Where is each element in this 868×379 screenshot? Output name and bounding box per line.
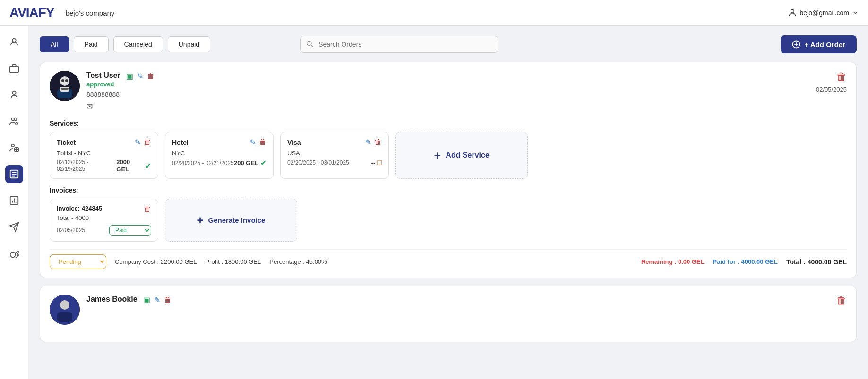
edit-icon-2[interactable]: ✎	[154, 295, 160, 304]
email-icon[interactable]: ✉	[86, 102, 93, 110]
invoice-status-select[interactable]: Paid Unpaid Canceled	[109, 225, 151, 236]
user-icon	[788, 8, 797, 17]
visa-delete-icon[interactable]: 🗑	[374, 138, 382, 147]
svg-point-4	[14, 118, 17, 121]
delete-icon[interactable]: 🗑	[147, 72, 155, 81]
filter-bar: All Paid Canceled Unpaid + Add Order	[40, 35, 857, 53]
remaining: Remaining : 0.00 GEL	[641, 258, 705, 265]
sidebar-item-person[interactable]	[5, 86, 23, 104]
chevron-down-icon	[852, 9, 859, 16]
search-wrap	[300, 36, 498, 53]
order-card: Test User ▣ ✎ 🗑 approved 888888888 ✉ 🗑 0…	[40, 62, 857, 278]
sidebar-item-coins[interactable]	[5, 244, 23, 262]
add-service-card[interactable]: + Add Service	[395, 132, 528, 179]
delete-icon-2[interactable]: 🗑	[164, 296, 172, 304]
filter-unpaid-button[interactable]: Unpaid	[168, 36, 210, 52]
customer-name: Test User	[86, 71, 120, 80]
percentage: Percentage : 45.00%	[269, 258, 327, 265]
user-email: bejo@gmail.com	[800, 9, 849, 17]
app-logo: AVIAFY	[9, 5, 54, 20]
status-badge: approved	[86, 81, 809, 88]
generate-invoice-label: Generate Invoice	[208, 216, 266, 224]
service-card-header: Ticket ✎ 🗑	[57, 138, 151, 147]
sidebar	[0, 0, 28, 379]
svg-line-20	[311, 45, 313, 47]
hotel-edit-icon[interactable]: ✎	[250, 138, 256, 147]
svg-rect-33	[57, 312, 72, 322]
service-card-hotel: Hotel ✎ 🗑 NYC 02/20/2025 - 02/21/2025 20…	[165, 132, 274, 179]
svg-point-17	[10, 252, 15, 257]
invoices-row: Invoice: 424845 🗑 Total - 4000 02/05/202…	[50, 199, 847, 242]
doc-icon-2[interactable]: ▣	[143, 295, 150, 304]
service-title-ticket: Ticket	[57, 139, 76, 146]
invoice-delete-icon[interactable]: 🗑	[144, 205, 151, 213]
service-card-ticket: Ticket ✎ 🗑 Tbilisi - NYC 02/12/2025 - 02…	[50, 132, 158, 179]
sidebar-item-briefcase[interactable]	[5, 59, 23, 77]
sidebar-item-orders[interactable]	[5, 165, 23, 183]
customer-actions-2: ▣ ✎ 🗑	[143, 295, 172, 304]
svg-point-0	[12, 39, 16, 42]
search-icon	[306, 40, 313, 49]
filter-paid-button[interactable]: Paid	[74, 36, 109, 52]
ticket-delete-icon[interactable]: 🗑	[144, 138, 151, 147]
visa-price: --	[371, 160, 376, 167]
sidebar-item-users[interactable]	[5, 139, 23, 157]
service-title-visa: Visa	[287, 139, 301, 146]
visa-price-row: 02/20/2025 - 03/01/2025 -- □	[287, 159, 382, 167]
company-name: bejo's company	[66, 9, 115, 17]
filter-all-button[interactable]: All	[40, 36, 69, 52]
service-icons: ✎ 🗑	[135, 138, 151, 147]
hotel-header: Hotel ✎ 🗑	[172, 138, 266, 147]
hotel-dates: 02/20/2025 - 02/21/2025	[172, 160, 234, 167]
sidebar-item-reports[interactable]	[5, 192, 23, 210]
ticket-edit-icon[interactable]: ✎	[135, 138, 141, 147]
ticket-route: Tbilisi - NYC	[57, 150, 151, 157]
sidebar-item-user-circle[interactable]	[5, 33, 23, 51]
service-card-visa: Visa ✎ 🗑 USA 02/20/2025 - 03/01/2025 -- …	[280, 132, 389, 179]
visa-dates: 02/20/2025 - 03/01/2025	[287, 160, 349, 166]
user-menu[interactable]: bejo@gmail.com	[788, 8, 859, 17]
customer-actions: ▣ ✎ 🗑	[126, 72, 155, 81]
document-icon[interactable]: ▣	[126, 72, 133, 81]
hotel-icons: ✎ 🗑	[250, 138, 266, 147]
svg-point-2	[12, 91, 16, 94]
order-delete-icon[interactable]: 🗑	[836, 71, 847, 83]
hotel-price: 200 GEL	[234, 160, 258, 167]
edit-icon[interactable]: ✎	[137, 72, 143, 81]
sidebar-item-flight[interactable]	[5, 218, 23, 236]
svg-point-19	[307, 41, 311, 45]
services-row: Ticket ✎ 🗑 Tbilisi - NYC 02/12/2025 - 02…	[50, 132, 847, 179]
avatar	[50, 71, 80, 101]
svg-rect-1	[9, 66, 18, 72]
hotel-delete-icon[interactable]: 🗑	[259, 138, 266, 147]
customer-name-2: James Bookle	[86, 295, 138, 303]
svg-point-18	[791, 9, 794, 13]
filter-canceled-button[interactable]: Canceled	[113, 36, 163, 52]
generate-invoice-card[interactable]: + Generate Invoice	[165, 199, 297, 242]
ticket-price-row: 02/12/2025 - 02/19/2025 2000 GEL ✔	[57, 159, 151, 173]
order-date-col: 🗑 02/05/2025	[816, 71, 847, 93]
ticket-check-icon: ✔	[145, 161, 151, 170]
customer-row: Test User ▣ ✎ 🗑 approved 888888888 ✉ 🗑 0…	[50, 71, 847, 111]
main-content: All Paid Canceled Unpaid + Add Order	[28, 26, 868, 379]
search-input[interactable]	[300, 36, 498, 53]
company-cost: Company Cost : 2200.00 GEL	[115, 258, 197, 265]
hotel-check-icon: ✔	[260, 159, 266, 168]
order-delete-icon-2[interactable]: 🗑	[836, 295, 847, 307]
add-service-label: Add Service	[446, 151, 489, 160]
order-date: 02/05/2025	[816, 86, 847, 93]
invoice-card: Invoice: 424845 🗑 Total - 4000 02/05/202…	[50, 199, 158, 242]
hotel-price-row: 02/20/2025 - 02/21/2025 200 GEL ✔	[172, 159, 266, 168]
add-order-button[interactable]: + Add Order	[781, 35, 857, 53]
customer-row-2: James Bookle ▣ ✎ 🗑 🗑	[50, 295, 847, 325]
svg-point-29	[61, 79, 64, 82]
order-status-select[interactable]: Pending Active Done Canceled	[50, 254, 106, 269]
add-service-plus-icon: +	[434, 148, 441, 163]
sidebar-item-persons[interactable]	[5, 112, 23, 130]
svg-point-32	[60, 300, 69, 310]
order-date-col-2: 🗑	[836, 295, 847, 307]
generate-invoice-plus-icon: +	[197, 214, 204, 227]
visa-status-icon: □	[377, 159, 382, 167]
svg-point-30	[65, 79, 68, 82]
visa-edit-icon[interactable]: ✎	[365, 138, 371, 147]
